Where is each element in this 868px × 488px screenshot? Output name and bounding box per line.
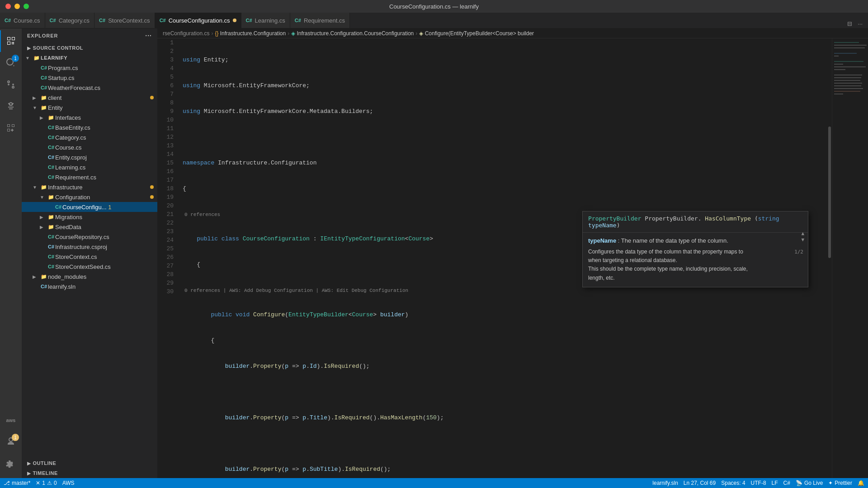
statusbar-spaces[interactable]: Spaces: 4: [721, 480, 745, 486]
tree-item-storecontextseed[interactable]: C# StoreContextSeed.cs: [22, 262, 157, 272]
activity-extensions[interactable]: [0, 117, 22, 139]
tree-item-configuration[interactable]: ▼ 📁 Configuration: [22, 192, 157, 202]
tree-item-client[interactable]: ▶ 📁 client: [22, 93, 157, 103]
line-15: builder.Property(p => p.SubTitle).IsRequ…: [183, 465, 827, 474]
cs-icon: C#: [47, 264, 55, 269]
statusbar-aws[interactable]: AWS: [62, 480, 75, 486]
line-5: namespace Infrastructure.Configuration: [183, 159, 827, 167]
tree-item-course-entity[interactable]: C# Course.cs: [22, 142, 157, 152]
tab-actions: ⊟ ···: [845, 19, 868, 28]
activity-account[interactable]: 1: [0, 431, 22, 453]
outline-section-header[interactable]: ▶ OUTLINE: [22, 458, 157, 468]
minimize-button[interactable]: [14, 4, 20, 9]
editor[interactable]: 1 2 3 4 5 6 7 8 9 10 11 12 13 14 15: [157, 38, 868, 478]
statusbar-prettier[interactable]: ✦ Prettier: [828, 480, 852, 486]
breadcrumb-item-3[interactable]: ◈ Configure(EntityTypeBuilder<Course> bu…: [419, 30, 534, 37]
tab-learning[interactable]: C# Learning.cs: [241, 12, 290, 28]
arrow-up-icon[interactable]: ▲: [801, 230, 804, 237]
statusbar-learnify[interactable]: learnify.sln: [652, 480, 678, 486]
cs-file-icon: C#: [160, 18, 166, 23]
breadcrumb-item-1[interactable]: {} Infrastructure.Configuration: [215, 30, 286, 37]
activity-debug[interactable]: [0, 95, 22, 117]
autocomplete-arrows[interactable]: ▲ ▼: [801, 230, 804, 243]
tree-item-storecontext-file[interactable]: C# StoreContext.cs: [22, 252, 157, 262]
tree-item-infrastructure-csproj[interactable]: C# Infrastructure.csproj: [22, 242, 157, 252]
source-control-header[interactable]: ▶ SOURCE CONTROL: [22, 43, 157, 53]
tree-item-seeddata[interactable]: ▶ 📁 SeedData: [22, 222, 157, 232]
tree-item-courserepository[interactable]: C# CourseRepository.cs: [22, 232, 157, 242]
statusbar-cursor[interactable]: Ln 27, Col 69: [684, 480, 716, 486]
more-tabs-icon[interactable]: ···: [856, 19, 864, 28]
tree-item-courseconfig[interactable]: C# CourseConfigu... 1: [22, 202, 157, 212]
tab-category[interactable]: C# Category.cs: [45, 12, 94, 28]
statusbar-golive[interactable]: 📡 Go Live: [796, 480, 823, 486]
tree-item-learnify-sln[interactable]: C# learnify.sln: [22, 282, 157, 291]
scrollbar-thumb[interactable]: [828, 127, 831, 258]
svg-rect-3: [834, 53, 857, 54]
infrastructure-csproj-label: Infrastructure.csproj: [55, 244, 157, 250]
warning-icon: ⚠: [47, 480, 52, 486]
tree-item-requirement-entity[interactable]: C# Requirement.cs: [22, 172, 157, 182]
svg-rect-2: [834, 47, 865, 48]
tab-courseconfig[interactable]: C# CourseConfiguration.cs: [155, 12, 241, 28]
tree-root-learnify[interactable]: ▼ 📁 LEARNIFY: [22, 53, 157, 63]
tree-item-category-entity[interactable]: C# Category.cs: [22, 132, 157, 142]
activity-scm[interactable]: [0, 74, 22, 95]
line-4: [183, 133, 827, 141]
tree-item-startup[interactable]: C# Startup.cs: [22, 73, 157, 83]
breadcrumb-item-0[interactable]: rseConfiguration.cs: [163, 30, 209, 37]
seeddata-label: SeedData: [55, 224, 157, 230]
tree-item-entity-csproj[interactable]: C# Entity.csproj: [22, 152, 157, 162]
folder-icon: 📁: [47, 194, 55, 200]
breadcrumb: rseConfiguration.cs › {} Infrastructure.…: [157, 28, 868, 38]
tree-item-baseentity[interactable]: C# BaseEntity.cs: [22, 122, 157, 132]
autocomplete-detail-4: length, etc.: [588, 274, 802, 282]
autocomplete-popup: PropertyBuilder PropertyBuilder. HasColu…: [582, 211, 808, 287]
statusbar-git[interactable]: ⎇ master*: [4, 480, 30, 486]
explorer-header[interactable]: EXPLORER ···: [22, 28, 157, 43]
arrow-down-icon[interactable]: ▼: [801, 237, 804, 243]
tree-item-infrastructure[interactable]: ▼ 📁 Infrastructure: [22, 182, 157, 192]
statusbar-left: ⎇ master* ✕ 1 ⚠ 0 AWS: [4, 480, 75, 486]
statusbar-language[interactable]: C#: [783, 480, 790, 486]
split-editor-icon[interactable]: ⊟: [845, 19, 854, 28]
statusbar: ⎇ master* ✕ 1 ⚠ 0 AWS learnify.sln Ln 27…: [0, 478, 868, 488]
tree-item-learning-entity[interactable]: C# Learning.cs: [22, 162, 157, 172]
sln-icon: C#: [40, 284, 48, 289]
statusbar-eol[interactable]: LF: [772, 480, 778, 486]
statusbar-encoding[interactable]: UTF-8: [751, 480, 766, 486]
tree-item-entity[interactable]: ▼ 📁 Entity: [22, 103, 157, 113]
svg-rect-12: [834, 83, 862, 84]
activity-search[interactable]: 1: [0, 52, 22, 74]
tree-item-program[interactable]: C# Program.cs: [22, 63, 157, 73]
cs-icon: C#: [47, 164, 55, 170]
tab-storecontext[interactable]: C# StoreContext.cs: [94, 12, 155, 28]
svg-rect-7: [834, 66, 866, 67]
tree-item-migrations[interactable]: ▶ 📁 Migrations: [22, 212, 157, 222]
timeline-chevron: ▶: [27, 471, 31, 476]
tree-item-node-modules[interactable]: ▶ 📁 node_modules: [22, 272, 157, 282]
vertical-scrollbar[interactable]: [827, 38, 832, 478]
activity-aws[interactable]: aws: [0, 409, 22, 431]
statusbar-errors[interactable]: ✕ 1 ⚠ 0: [36, 480, 57, 486]
timeline-section-header[interactable]: ▶ TIMELINE: [22, 468, 157, 478]
tab-requirement[interactable]: C# Requirement.cs: [290, 12, 350, 28]
close-button[interactable]: [5, 4, 11, 9]
tab-course[interactable]: C# Course.cs: [0, 12, 45, 28]
explorer-more-icon[interactable]: ···: [145, 32, 152, 39]
folder-icon: 📁: [47, 214, 55, 220]
activity-explorer[interactable]: [0, 30, 22, 52]
folder-icon: 📁: [33, 55, 41, 61]
activity-settings[interactable]: [0, 453, 22, 474]
chevron-down-icon: ▼: [40, 195, 47, 200]
breadcrumb-item-2[interactable]: ◈ Infrastructure.Configuration.CourseCon…: [291, 30, 414, 37]
csproj-icon: C#: [47, 155, 55, 160]
tree-item-weatherforecast[interactable]: C# WeatherForecast.cs: [22, 83, 157, 93]
bell-icon: 🔔: [858, 480, 864, 486]
activity-bottom: aws 1: [0, 409, 22, 478]
tree-item-interfaces[interactable]: ▶ 📁 Interfaces: [22, 113, 157, 122]
maximize-button[interactable]: [24, 4, 29, 9]
learnify-sln-label: learnify.sln: [48, 283, 157, 290]
source-control-label: SOURCE CONTROL: [33, 45, 84, 51]
statusbar-bell[interactable]: 🔔: [858, 480, 864, 486]
